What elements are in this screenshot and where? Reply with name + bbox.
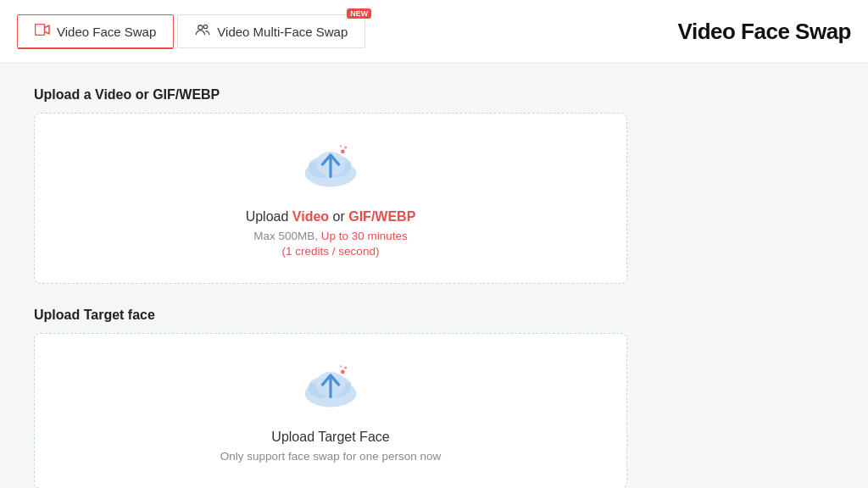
- upload-face-box[interactable]: Upload Target Face Only support face swa…: [34, 333, 627, 488]
- upload-face-subtitle: Only support face swap for one person no…: [220, 450, 441, 463]
- tab-video-multi-face-swap[interactable]: Video Multi-Face Swap NEW: [177, 14, 365, 48]
- svg-point-8: [309, 164, 314, 168]
- tabs-container: Video Face Swap Video Multi-Face Swap NE…: [17, 14, 644, 48]
- upload-text-prefix: Upload: [246, 209, 292, 224]
- svg-point-20: [341, 370, 345, 374]
- video-icon: [35, 24, 50, 39]
- svg-point-9: [348, 162, 351, 165]
- upload-text-or: or: [329, 209, 348, 224]
- upload-text-video: Video: [292, 209, 329, 224]
- cloud-face-upload-icon: [297, 359, 364, 418]
- svg-rect-0: [36, 25, 45, 36]
- svg-point-12: [340, 145, 342, 147]
- svg-point-1: [198, 25, 203, 30]
- upload-face-section-label: Upload Target face: [34, 308, 627, 323]
- main-content: Upload a Video or GIF/WEBP: [0, 64, 661, 488]
- svg-point-2: [204, 25, 208, 28]
- upload-video-box[interactable]: Upload Video or GIF/WEBP Max 500MB, Up t…: [34, 113, 627, 284]
- upload-sub-prefix: Max 500MB,: [253, 230, 321, 242]
- svg-point-18: [309, 384, 314, 388]
- svg-point-22: [340, 365, 342, 367]
- new-badge: NEW: [347, 8, 371, 19]
- cloud-upload-icon: [297, 139, 364, 197]
- tab-video-face-swap[interactable]: Video Face Swap: [17, 14, 174, 48]
- tab-video-multi-face-swap-label: Video Multi-Face Swap: [217, 25, 348, 39]
- header: Video Face Swap Video Multi-Face Swap NE…: [0, 0, 868, 64]
- upload-credits: (1 credits / second): [282, 245, 380, 258]
- upload-video-title: Upload Video or GIF/WEBP: [246, 209, 416, 225]
- svg-point-11: [344, 147, 347, 149]
- upload-sub-highlight: Up to 30 minutes: [321, 230, 408, 242]
- upload-face-title: Upload Target Face: [271, 430, 389, 445]
- upload-text-gif: GIF/WEBP: [348, 209, 415, 224]
- upload-video-section-label: Upload a Video or GIF/WEBP: [34, 87, 627, 103]
- tab-video-face-swap-label: Video Face Swap: [57, 25, 156, 39]
- page-title: Video Face Swap: [678, 19, 851, 45]
- svg-point-21: [344, 367, 347, 369]
- svg-point-19: [348, 382, 351, 385]
- svg-point-10: [341, 150, 345, 154]
- upload-video-subtitle: Max 500MB, Up to 30 minutes: [253, 230, 408, 242]
- multi-face-icon: [195, 24, 210, 39]
